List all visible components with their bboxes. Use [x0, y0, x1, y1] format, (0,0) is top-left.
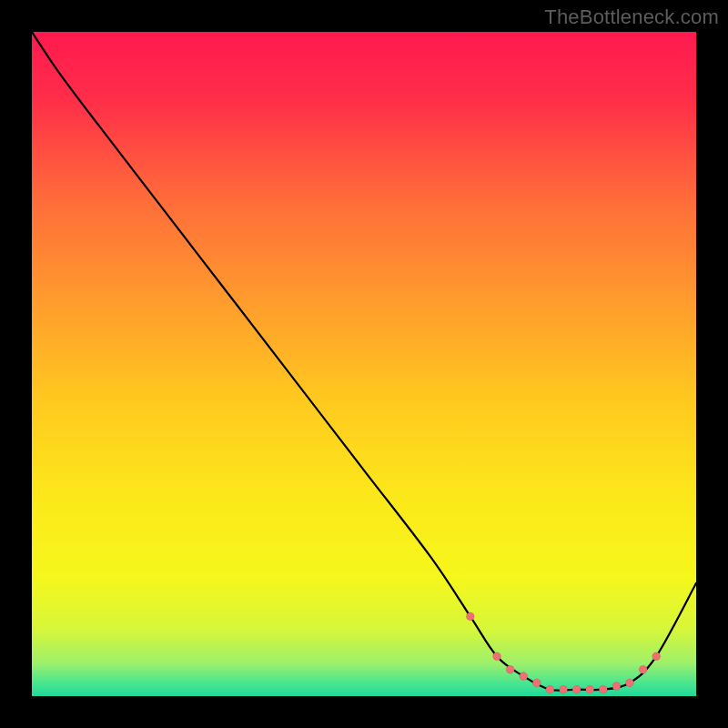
- plot-area: [32, 32, 696, 696]
- marker-dot: [652, 652, 661, 661]
- marker-dot: [586, 685, 594, 693]
- marker-dot: [560, 685, 568, 693]
- chart-container: TheBottleneck.com: [0, 0, 728, 728]
- optimal-range-dots: [466, 612, 660, 693]
- marker-dot: [572, 685, 581, 693]
- bottleneck-curve: [32, 32, 696, 691]
- marker-dot: [466, 612, 474, 621]
- marker-dot: [506, 665, 514, 673]
- marker-dot: [626, 679, 634, 687]
- marker-dot: [546, 685, 554, 693]
- marker-dot: [493, 652, 501, 661]
- marker-dot: [599, 685, 607, 693]
- marker-dot: [520, 672, 528, 681]
- marker-dot: [532, 679, 541, 687]
- curve-layer: [32, 32, 696, 696]
- marker-dot: [639, 665, 647, 673]
- watermark-text: TheBottleneck.com: [544, 5, 719, 29]
- marker-dot: [612, 682, 621, 691]
